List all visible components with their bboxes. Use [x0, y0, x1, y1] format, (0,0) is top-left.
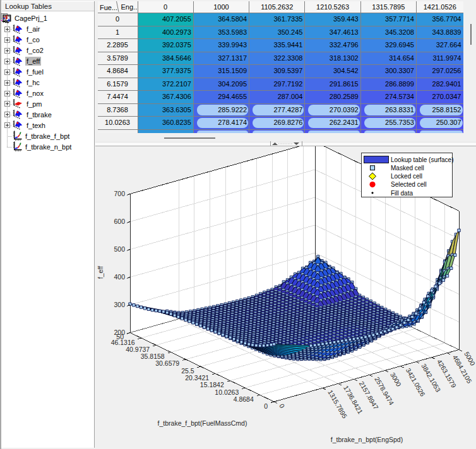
svg-text:600: 600 — [114, 218, 125, 225]
svg-text:700: 700 — [114, 190, 125, 197]
svg-text:400: 400 — [114, 273, 125, 281]
svg-text:Lookup table (surface): Lookup table (surface) — [391, 156, 454, 163]
svg-text:46.1316: 46.1316 — [111, 339, 135, 346]
svg-text:Fill data: Fill data — [391, 190, 413, 197]
svg-text:f_tbrake_n_bpt(EngSpd): f_tbrake_n_bpt(EngSpd) — [331, 436, 403, 443]
svg-text:25.5: 25.5 — [181, 367, 194, 375]
svg-text:10.0263: 10.0263 — [215, 388, 239, 396]
svg-text:f_eff: f_eff — [97, 266, 104, 279]
svg-text:500: 500 — [114, 245, 125, 253]
svg-text:Locked cell: Locked cell — [391, 173, 422, 180]
svg-text:300: 300 — [114, 301, 125, 308]
svg-text:35.8158: 35.8158 — [141, 353, 165, 360]
svg-text:Eng...: Eng... — [121, 3, 138, 11]
svg-text:f_tbrake_f_bpt(FuelMassCmd): f_tbrake_f_bpt(FuelMassCmd) — [158, 419, 247, 427]
svg-text:Fue...: Fue... — [100, 4, 117, 11]
svg-text:40.9737: 40.9737 — [126, 346, 150, 353]
svg-text:Masked cell: Masked cell — [391, 165, 424, 172]
svg-text:Selected cell: Selected cell — [391, 181, 427, 188]
svg-text:4.8684: 4.8684 — [234, 395, 254, 403]
svg-text:15.1842: 15.1842 — [200, 381, 224, 388]
svg-text:20.3421: 20.3421 — [185, 374, 209, 382]
svg-text:0: 0 — [264, 402, 268, 410]
svg-text:30.6579: 30.6579 — [155, 359, 179, 367]
